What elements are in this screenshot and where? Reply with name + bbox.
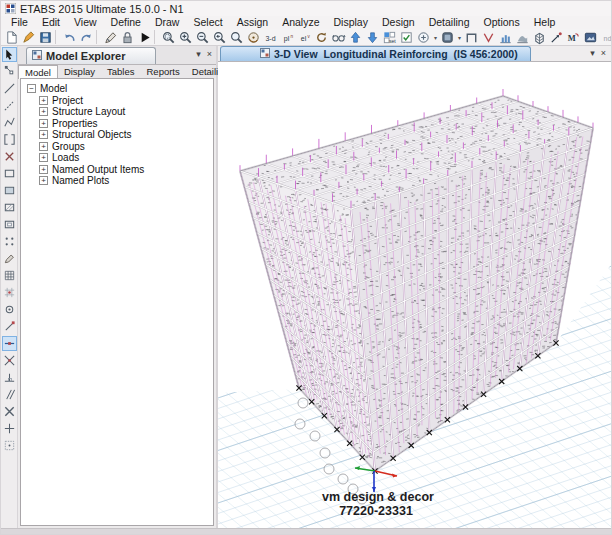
expand-icon[interactable]: + — [39, 165, 48, 174]
snap-to-point-tool-icon[interactable] — [2, 302, 17, 317]
explorer-tab-display[interactable]: Display — [58, 65, 101, 78]
menu-edit[interactable]: Edit — [35, 16, 67, 29]
tree-item-model[interactable]: −Model — [25, 83, 213, 95]
object-view-options-button-dropdown[interactable]: ▾ — [456, 34, 463, 41]
menu-draw[interactable]: Draw — [148, 16, 187, 29]
rubber-band-zoom-icon[interactable] — [160, 29, 177, 45]
show-selection-icon[interactable] — [398, 29, 415, 45]
draw-polyline-tool-icon[interactable] — [2, 115, 17, 130]
show-joints-icon[interactable] — [415, 29, 432, 45]
zoom-out-icon[interactable] — [194, 29, 211, 45]
tree-item-structural-objects[interactable]: +Structural Objects — [25, 129, 213, 141]
snap-to-intersections-tool-icon[interactable] — [2, 353, 17, 368]
snap-to-ends-tool-icon[interactable] — [2, 319, 17, 334]
tree-item-named-output-items[interactable]: +Named Output Items — [25, 164, 213, 176]
undo-icon[interactable] — [61, 29, 78, 45]
run-analysis-icon[interactable] — [136, 29, 153, 45]
snap-to-grid-tool-icon[interactable] — [2, 285, 17, 300]
open-model-icon[interactable] — [20, 29, 37, 45]
assign-joint-icon[interactable] — [548, 29, 565, 45]
show-joints-button-dropdown[interactable]: ▾ — [432, 34, 439, 41]
spray-tool-icon[interactable] — [2, 438, 17, 453]
model-explorer-title: Model Explorer — [46, 50, 125, 62]
reshape-tool-icon[interactable] — [2, 64, 17, 79]
tree-item-loads[interactable]: +Loads — [25, 152, 213, 164]
view-plan-icon[interactable]: pln — [279, 29, 296, 45]
snap-off-tool-icon[interactable] — [2, 404, 17, 419]
explorer-tab-tables[interactable]: Tables — [101, 65, 140, 78]
show-forces-icon[interactable] — [514, 29, 531, 45]
zoom-in-icon[interactable] — [177, 29, 194, 45]
redo-icon[interactable] — [78, 29, 95, 45]
delete-tool-icon[interactable] — [2, 149, 17, 164]
explorer-close-button[interactable]: × — [207, 49, 212, 59]
menu-view[interactable]: View — [67, 16, 104, 29]
expand-icon[interactable]: + — [39, 119, 48, 128]
move-up-story-icon[interactable] — [347, 29, 364, 45]
draw-icon[interactable] — [102, 29, 119, 45]
move-down-story-icon[interactable] — [364, 29, 381, 45]
expand-icon[interactable]: + — [39, 142, 48, 151]
menu-options[interactable]: Options — [477, 16, 527, 29]
set-display-options-icon[interactable]: set — [381, 29, 398, 45]
draw-frame-icon[interactable] — [463, 29, 480, 45]
draw-rectangle-tool-icon[interactable] — [2, 166, 17, 181]
explorer-tab-reports[interactable]: Reports — [141, 65, 186, 78]
save-model-icon[interactable] — [37, 29, 54, 45]
view-dropdown-button[interactable]: ▾ — [590, 48, 595, 58]
tree-item-properties[interactable]: +Properties — [25, 118, 213, 130]
menu-design[interactable]: Design — [375, 16, 422, 29]
expand-icon[interactable]: + — [39, 96, 48, 105]
menu-help[interactable]: Help — [527, 16, 563, 29]
object-view-options-icon[interactable] — [439, 29, 456, 45]
mesh-tool-icon[interactable] — [2, 268, 17, 283]
collapse-icon[interactable]: − — [27, 84, 36, 93]
menu-analyze[interactable]: Analyze — [275, 16, 326, 29]
draw-line-tool-icon[interactable] — [2, 81, 17, 96]
view-close-button[interactable]: × — [601, 48, 606, 58]
nd-label-icon[interactable]: nd — [599, 29, 611, 45]
view-elevation-icon[interactable]: elv — [296, 29, 313, 45]
expand-icon[interactable]: + — [39, 107, 48, 116]
model-explorer-tab[interactable]: Model Explorer — [26, 47, 156, 64]
draw-floor-tool-icon[interactable] — [2, 183, 17, 198]
assign-frame-icon[interactable]: M — [565, 29, 582, 45]
explorer-dropdown-button[interactable]: ▾ — [196, 49, 201, 59]
tree-item-groups[interactable]: +Groups — [25, 141, 213, 153]
fine-grid-tool-icon[interactable] — [2, 421, 17, 436]
expand-icon[interactable]: + — [39, 153, 48, 162]
snap-parallel-tool-icon[interactable] — [2, 387, 17, 402]
snap-to-midpoints-tool-icon[interactable] — [2, 336, 17, 351]
3d-view-canvas[interactable]: vm design & decor 77220-23331 — [218, 61, 611, 529]
menu-select[interactable]: Select — [186, 16, 229, 29]
explorer-tab-model[interactable]: Model — [18, 65, 58, 79]
expand-icon[interactable]: + — [39, 130, 48, 139]
tree-item-structure-layout[interactable]: +Structure Layout — [25, 106, 213, 118]
draw-braces-tool-icon[interactable] — [2, 132, 17, 147]
snap-perpendicular-tool-icon[interactable] — [2, 370, 17, 385]
show-deformed-icon[interactable] — [497, 29, 514, 45]
draw-opening-tool-icon[interactable] — [2, 217, 17, 232]
draw-dashed-line-tool-icon[interactable] — [2, 98, 17, 113]
menu-display[interactable]: Display — [327, 16, 375, 29]
menu-define[interactable]: Define — [104, 16, 148, 29]
named-display-icon[interactable] — [582, 29, 599, 45]
draw-wall-tool-icon[interactable] — [2, 200, 17, 215]
set-view-limits-icon[interactable] — [330, 29, 347, 45]
view-tab[interactable]: 3-D View Longitudinal Reinforcing (IS 45… — [220, 46, 531, 61]
draw-brace-icon[interactable] — [480, 29, 497, 45]
expand-icon[interactable]: + — [39, 176, 48, 185]
new-model-icon[interactable] — [3, 29, 20, 45]
tree-item-named-plots[interactable]: +Named Plots — [25, 175, 213, 187]
draw-pen-tool-icon[interactable] — [2, 251, 17, 266]
cycle-view-icon[interactable] — [313, 29, 330, 45]
svg-text:pl: pl — [284, 34, 290, 42]
draw-points-tool-icon[interactable] — [2, 234, 17, 249]
menu-detailing[interactable]: Detailing — [422, 16, 477, 29]
lock-model-icon[interactable] — [119, 29, 136, 45]
building-view-icon[interactable] — [531, 29, 548, 45]
tree-item-project[interactable]: +Project — [25, 95, 213, 107]
menu-assign[interactable]: Assign — [230, 16, 276, 29]
menu-file[interactable]: File — [4, 16, 35, 29]
select-pointer-tool-icon[interactable] — [2, 47, 17, 62]
